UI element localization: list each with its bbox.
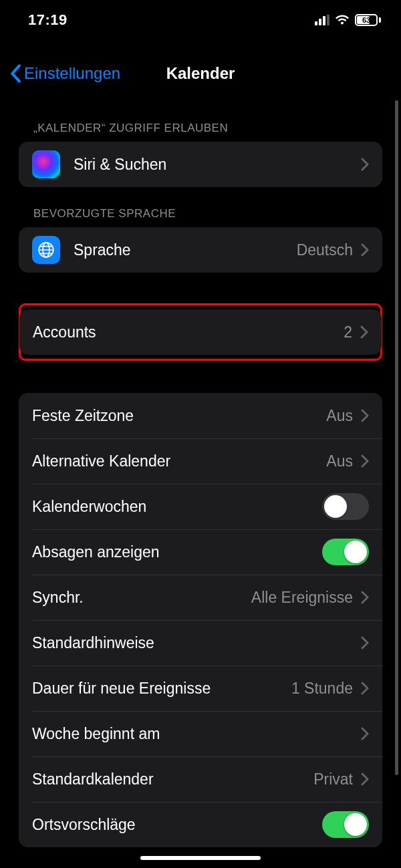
sync-label: Synchr. — [32, 589, 84, 607]
chevron-left-icon — [9, 64, 21, 83]
chevron-right-icon — [361, 454, 369, 468]
wifi-icon — [335, 15, 350, 25]
accounts-row[interactable]: Accounts 2 — [19, 309, 382, 355]
default-alerts-label: Standardhinweise — [32, 634, 154, 652]
chevron-right-icon — [361, 772, 369, 786]
chevron-right-icon — [361, 727, 369, 740]
cellular-signal-icon — [315, 15, 329, 25]
alternative-calendar-value: Aus — [326, 452, 353, 470]
timezone-value: Aus — [326, 407, 353, 425]
accounts-value: 2 — [344, 323, 352, 341]
event-duration-value: 1 Stunde — [291, 680, 353, 698]
week-numbers-toggle[interactable] — [322, 493, 369, 520]
default-calendar-label: Standardkalender — [32, 770, 154, 788]
chevron-right-icon — [361, 682, 369, 695]
week-numbers-label: Kalenderwochen — [32, 498, 146, 516]
siri-icon — [32, 150, 60, 178]
show-declines-label: Absagen anzeigen — [32, 543, 160, 561]
back-button[interactable]: Einstellungen — [0, 64, 120, 83]
scroll-indicator[interactable] — [395, 100, 398, 775]
chevron-right-icon — [361, 409, 369, 422]
chevron-right-icon — [361, 591, 369, 604]
timezone-row[interactable]: Feste Zeitzone Aus — [19, 393, 382, 438]
chevron-right-icon — [361, 243, 369, 257]
timezone-label: Feste Zeitzone — [32, 407, 134, 425]
accounts-label: Accounts — [33, 323, 96, 341]
location-suggestions-label: Ortsvorschläge — [32, 816, 136, 834]
event-duration-label: Dauer für neue Ereignisse — [32, 680, 211, 698]
show-declines-row: Absagen anzeigen — [19, 529, 382, 575]
siri-search-label: Siri & Suchen — [74, 156, 166, 174]
sync-row[interactable]: Synchr. Alle Ereignisse — [19, 575, 382, 620]
section-header-language: BEVORZUGTE SPRACHE — [19, 187, 382, 227]
chevron-right-icon — [361, 636, 369, 649]
event-duration-row[interactable]: Dauer für neue Ereignisse 1 Stunde — [19, 666, 382, 711]
week-numbers-row: Kalenderwochen — [19, 484, 382, 529]
week-start-row[interactable]: Woche beginnt am — [19, 711, 382, 756]
home-indicator[interactable] — [140, 856, 261, 860]
highlight-annotation: Accounts 2 — [19, 303, 382, 361]
siri-search-row[interactable]: Siri & Suchen — [19, 142, 382, 187]
battery-indicator: 63 — [355, 14, 381, 26]
language-value: Deutsch — [297, 241, 353, 259]
status-time: 17:19 — [28, 11, 68, 29]
status-bar: 17:19 63 — [0, 0, 401, 40]
alternative-calendar-row[interactable]: Alternative Kalender Aus — [19, 438, 382, 484]
chevron-right-icon — [361, 158, 369, 171]
default-calendar-value: Privat — [313, 770, 353, 788]
globe-icon — [32, 236, 60, 264]
week-start-label: Woche beginnt am — [32, 725, 160, 743]
alternative-calendar-label: Alternative Kalender — [32, 452, 170, 470]
sync-value: Alle Ereignisse — [251, 589, 353, 607]
location-suggestions-row: Ortsvorschläge — [19, 802, 382, 847]
language-label: Sprache — [74, 241, 131, 259]
default-alerts-row[interactable]: Standardhinweise — [19, 620, 382, 666]
show-declines-toggle[interactable] — [322, 539, 369, 565]
location-suggestions-toggle[interactable] — [322, 811, 369, 838]
section-header-access: „KALENDER“ ZUGRIFF ERLAUBEN — [19, 94, 382, 142]
navigation-bar: Einstellungen Kalender — [0, 53, 401, 94]
chevron-right-icon — [360, 325, 368, 339]
back-label: Einstellungen — [24, 64, 120, 83]
default-calendar-row[interactable]: Standardkalender Privat — [19, 756, 382, 802]
language-row[interactable]: Sprache Deutsch — [19, 227, 382, 273]
